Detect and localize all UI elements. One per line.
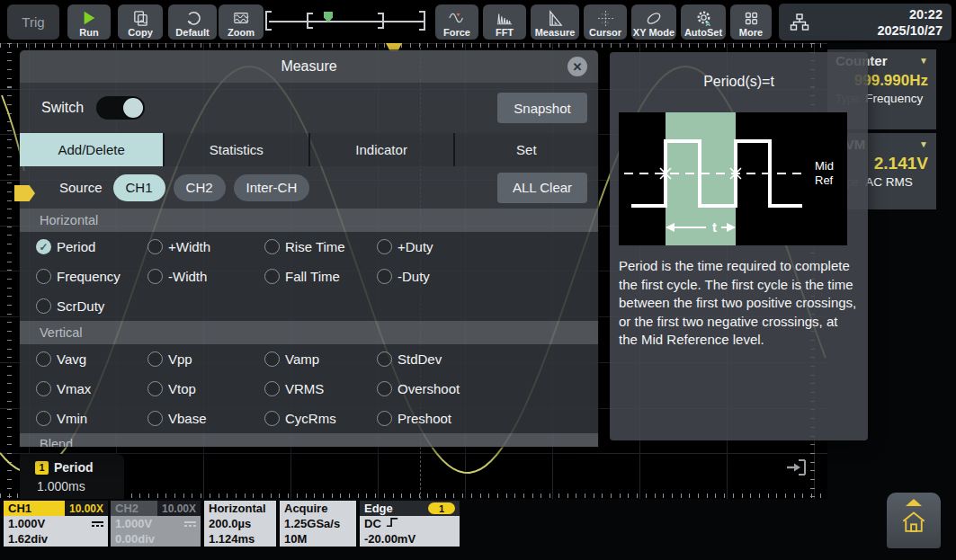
measure-item-period[interactable]: ✓Period [36,239,147,254]
measure-item-vpp[interactable]: Vpp [147,351,264,367]
slider-inner-right-bracket [378,13,384,29]
fft-icon [496,8,514,28]
trig-button[interactable]: Trig [7,4,59,40]
radio-icon [377,239,392,254]
radio-icon [36,298,51,314]
measurement-label: Period [54,460,94,475]
radio-icon [147,381,163,396]
copy-button[interactable]: Copy [118,4,163,40]
measure-item-minus-duty[interactable]: -Duty [377,269,598,284]
measure-item-plus-width[interactable]: +Width [147,239,264,254]
acquire-status-block[interactable]: Acquire 1.25GSa/s 10M [280,501,356,547]
measure-dialog-header[interactable]: Measure ✕ [20,50,598,83]
ch2-label: CH2 [111,501,157,516]
measure-item-overshoot[interactable]: Overshoot [377,381,598,396]
ch1-label: CH1 [4,501,65,516]
tab-add-delete[interactable]: Add/Delete [20,133,163,166]
network-icon[interactable] [779,12,810,33]
radio-icon [36,269,51,284]
horizontal-row-2: Frequency -Width Fall Time -Duty [20,262,598,291]
radio-icon [264,351,280,367]
source-ch1-pill[interactable]: CH1 [113,174,165,201]
ch1-status-block[interactable]: CH1 10.00X 1.000V 1.62div [4,501,108,547]
measure-button[interactable]: Measure [531,4,579,40]
measure-item-vbase[interactable]: Vbase [147,411,264,426]
slider-track [269,21,424,22]
home-icon[interactable] [901,511,926,534]
status-bar: CH1 10.00X 1.000V 1.62div CH2 10.00X 1.0… [0,501,956,547]
svg-text:A: A [705,20,710,27]
measure-item-vmin[interactable]: Vmin [36,411,147,426]
vertical-row-3: Vmin Vbase CycRms Preshoot [20,404,598,433]
chevron-down-icon[interactable]: ▼ [919,139,928,149]
mid-ref-label-2: Ref [815,173,834,187]
measurement-result-chip[interactable]: 1 Period 1.000ms [20,454,124,499]
measure-item-vrms[interactable]: VRMS [264,381,377,396]
horizontal-status-block[interactable]: Horizontal 200.0µs 1.124ms [204,501,276,547]
chevron-down-icon[interactable]: ▼ [919,56,928,66]
measurement-index-badge: 1 [35,461,49,475]
oscilloscope-screen: Trig Run Copy Default [0,0,956,560]
rising-edge-icon [386,517,399,530]
ch1-offset: 1.62div [4,531,108,547]
period-description: Period is the time required to complete … [619,257,860,350]
fft-button[interactable]: FFT [483,4,526,40]
network-clock-block: 20:22 2025/10/27 [779,4,952,40]
source-inter-ch-pill[interactable]: Inter-CH [234,174,310,201]
acquire-sample-rate: 1.25GSa/s [280,516,356,531]
measure-item-vmax[interactable]: Vmax [36,381,147,396]
ch1-probe-ratio: 10.00X [65,501,108,516]
section-blend: Blend [20,433,598,447]
measure-item-cycrms[interactable]: CycRms [264,411,377,426]
radio-icon [147,351,163,367]
measure-item-minus-width[interactable]: -Width [147,269,264,284]
clock-date: 2025/10/27 [877,22,943,39]
home-panel[interactable] [887,493,941,548]
measure-switch-toggle[interactable] [96,96,145,120]
cursor-button[interactable]: Cursor [584,4,627,40]
slider-inner-left-bracket [307,13,313,29]
trigger-status-block[interactable]: Edge 1 DC -20.00mV [360,501,460,547]
expand-up-icon[interactable] [906,499,922,506]
force-button[interactable]: Force [435,4,478,40]
measure-dialog: Measure ✕ Switch Snapshot Add/Delete Sta… [20,50,598,447]
snapshot-button[interactable]: Snapshot [497,93,587,123]
radio-icon [377,411,392,426]
trigger-coupling: DC [364,517,381,530]
ch2-offset: 0.00div [111,531,201,547]
mid-ref-label-1: Mid [815,159,834,173]
default-button[interactable]: Default [168,4,217,40]
tab-statistics[interactable]: Statistics [163,133,308,166]
tab-indicator[interactable]: Indicator [308,133,453,166]
measure-item-vtop[interactable]: Vtop [147,381,264,396]
measure-item-fall-time[interactable]: Fall Time [264,269,377,284]
radio-icon [264,239,280,254]
more-button[interactable]: More [730,4,772,40]
horizontal-row-1: ✓Period +Width Rise Time +Duty [20,232,598,262]
ch1-scale: 1.000V [8,517,45,530]
collapse-panel-icon[interactable] [784,457,811,482]
trigger-level: -20.00mV [360,531,460,547]
measure-item-scrduty[interactable]: ScrDuty [36,298,147,314]
measure-item-vavg[interactable]: Vavg [36,351,147,367]
source-ch2-pill[interactable]: CH2 [174,174,226,201]
tab-set[interactable]: Set [453,133,598,166]
measure-item-plus-duty[interactable]: +Duty [377,239,598,254]
measurement-value: 1.000ms [20,475,124,493]
measure-item-frequency[interactable]: Frequency [36,269,147,284]
ch2-status-block[interactable]: CH2 10.00X 1.000V 0.00div [111,501,201,547]
measure-item-preshoot[interactable]: Preshoot [377,411,598,426]
all-clear-button[interactable]: ALL Clear [497,173,587,203]
zoom-button[interactable]: Zoom [219,4,264,40]
measure-item-rise-time[interactable]: Rise Time [264,239,377,254]
close-icon[interactable]: ✕ [567,57,587,76]
measure-item-stddev[interactable]: StdDev [377,351,598,367]
xy-mode-button[interactable]: XY Mode [631,4,676,40]
measure-item-vamp[interactable]: Vamp [264,351,377,367]
radio-icon [36,381,51,396]
autoset-button[interactable]: A AutoSet [681,4,726,40]
period-info-popup: Period(s)=t Mid Ref t Period is the time… [610,52,868,440]
radio-icon [264,269,280,284]
slider-outer-left-bracket [265,11,272,31]
run-button[interactable]: Run [67,4,111,40]
